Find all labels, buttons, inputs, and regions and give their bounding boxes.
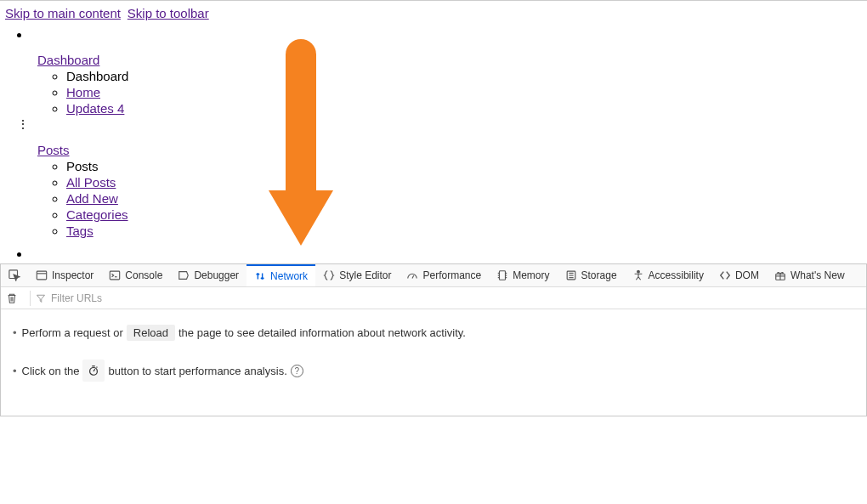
- dashboard-link[interactable]: Dashboard: [37, 53, 99, 67]
- menu-bullet-2: [31, 246, 862, 260]
- updates-link[interactable]: Updates 4: [66, 101, 124, 116]
- tags-link[interactable]: Tags: [66, 224, 94, 238]
- home-link[interactable]: Home: [66, 85, 100, 99]
- admin-menu: [31, 27, 862, 41]
- all-posts-link[interactable]: All Posts: [66, 175, 116, 190]
- menu-bullet: [31, 27, 862, 41]
- add-new-link[interactable]: Add New: [66, 191, 118, 206]
- dashboard-section: Dashboard Dashboard Home Updates 4: [37, 53, 862, 116]
- skip-toolbar-link[interactable]: Skip to toolbar: [128, 6, 209, 20]
- menu-separator-icon: [31, 117, 862, 141]
- dashboard-sub-current: Dashboard: [66, 69, 128, 83]
- skip-main-link[interactable]: Skip to main content: [5, 6, 121, 20]
- categories-link[interactable]: Categories: [66, 207, 128, 222]
- posts-link[interactable]: Posts: [37, 143, 70, 157]
- posts-sub-current: Posts: [66, 159, 99, 173]
- posts-section: Posts Posts All Posts Add New Categories…: [37, 143, 862, 238]
- skip-links: Skip to main content Skip to toolbar: [5, 4, 862, 25]
